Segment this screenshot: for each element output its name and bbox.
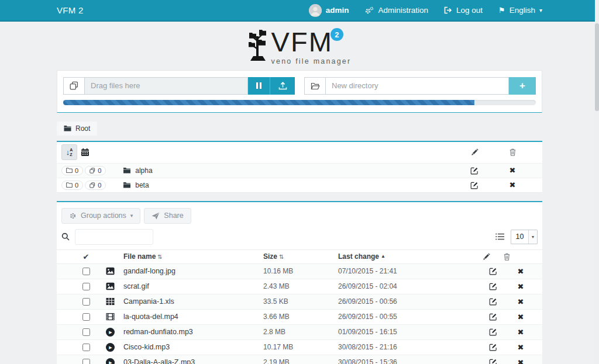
files-icon [89,168,95,174]
delete-directory-button[interactable]: ✖ [510,167,516,174]
delete-file-button[interactable]: ✖ [518,298,524,306]
file-select-checkbox[interactable] [82,283,90,290]
sort-both-icon: ⇅ [279,254,284,260]
rename-file-button[interactable] [489,358,497,364]
sort-by-date-button[interactable] [77,144,93,160]
audio-file-icon: ▶ [106,343,115,352]
rename-file-button[interactable] [489,267,497,275]
sort-alphabetical-button[interactable]: ↓ AZ [61,144,77,160]
delete-file-button[interactable]: ✖ [518,359,524,364]
file-select-checkbox[interactable] [82,298,90,306]
upload-progressbar [63,100,536,105]
rename-file-button[interactable] [489,297,497,306]
page-size-value: 10 [511,230,528,244]
file-last-change: 07/10/2015 - 21:41 [338,267,483,275]
select-files-button[interactable] [63,77,84,95]
directory-link[interactable]: beta [123,181,149,189]
delete-file-button[interactable]: ✖ [518,328,524,336]
upload-panel: + [57,70,542,113]
select-all-check-icon[interactable]: ✔ [74,253,98,261]
edit-icon [489,343,497,351]
language-menu[interactable]: ⚑ English ▾ [498,6,542,15]
pencil-icon [471,148,478,156]
delete-file-button[interactable]: ✖ [518,283,524,290]
file-name-link[interactable]: gandalf-long.jpg [123,267,263,275]
logo-version-badge: 2 [331,28,343,41]
delete-file-button[interactable]: ✖ [518,313,524,321]
breadcrumb-root[interactable]: Root [57,122,97,136]
username-label: admin [326,6,349,15]
delete-file-button[interactable]: ✖ [518,344,524,351]
edit-icon [470,181,478,189]
folder-icon [123,182,131,188]
folder-icon [64,125,71,131]
rename-file-button[interactable] [489,328,497,336]
file-last-change: 26/09/2015 - 00:55 [338,313,483,321]
last-change-column-header[interactable]: Last change▲ [338,252,483,261]
files-icon [89,182,95,188]
file-name-link[interactable]: la-quota-del.mp4 [123,313,263,321]
file-select-checkbox[interactable] [82,359,90,364]
page-size-select[interactable]: 10 ▾ [511,230,538,244]
directories-panel: ↓ AZ [57,141,542,193]
upload-progress-fill [63,100,474,105]
file-last-change: 30/08/2015 - 15:36 [338,358,483,364]
directories-header: ↓ AZ [57,142,542,163]
file-select-checkbox[interactable] [82,313,90,321]
file-name-link[interactable]: Campania-1.xls [123,297,263,306]
rename-file-button[interactable] [489,282,497,290]
scrollbar-thumb[interactable] [595,23,599,111]
delete-file-button[interactable]: ✖ [518,268,524,275]
directory-link[interactable]: alpha [123,167,152,175]
calendar-icon [81,148,89,157]
image-file-icon [106,267,115,275]
logo-subtitle: veno file manager [271,57,352,65]
file-name-link[interactable]: scrat.gif [123,282,263,290]
edit-icon [489,358,497,364]
pencil-icon [483,253,490,261]
file-select-checkbox[interactable] [82,268,90,275]
search-input[interactable] [75,229,153,245]
rename-directory-button[interactable] [470,181,478,189]
delete-column-header [504,253,538,261]
create-directory-button[interactable]: + [509,77,536,95]
rename-column-header [483,253,504,261]
sort-both-icon: ⇅ [157,254,162,260]
list-icon [495,233,504,240]
page-scrollbar[interactable] [595,0,599,364]
administration-label: Administration [378,6,428,15]
start-upload-button[interactable] [270,77,295,95]
drag-files-input[interactable] [84,77,248,95]
logout-link[interactable]: Log out [444,6,483,15]
audio-file-icon: ▶ [106,328,115,337]
new-directory-input[interactable] [325,77,509,95]
rename-file-button[interactable] [489,343,497,351]
share-button[interactable]: Share [144,208,191,224]
file-last-change: 30/08/2015 - 21:16 [338,343,483,351]
file-name-column-header[interactable]: File name⇅ [123,252,263,261]
files-panel: Group actions ▾ Share 10 ▾ [57,201,542,364]
file-size: 2.19 MB [263,358,338,364]
file-name-link[interactable]: Cisco-kid.mp3 [123,343,263,351]
size-column-header[interactable]: Size⇅ [263,252,338,261]
caret-down-icon: ▾ [130,213,133,219]
file-select-checkbox[interactable] [82,344,90,351]
file-name-link[interactable]: redman-dunfiato.mp3 [123,328,263,336]
file-name-link[interactable]: 03-Dalla-A-alla-Z.mp3 [123,358,263,364]
administration-link[interactable]: Administration [364,6,428,15]
rename-file-button[interactable] [489,313,497,321]
file-size: 3.66 MB [263,313,338,321]
file-select-checkbox[interactable] [82,328,90,336]
vfm-page: VFM 2 admin Administration [0,0,599,364]
rename-directory-button[interactable] [470,167,478,175]
group-actions-button[interactable]: Group actions ▾ [61,208,140,224]
delete-directory-button[interactable]: ✖ [510,181,516,189]
file-count-badge: 0 [85,181,106,190]
upload-group [63,77,295,95]
file-last-change: 26/09/2015 - 02:04 [338,282,483,290]
user-menu[interactable]: admin [309,4,349,17]
share-label: Share [164,212,183,220]
pause-upload-button[interactable] [248,77,270,95]
subdirectory-count-badge: 0 [61,181,83,190]
file-size: 2.43 MB [263,282,338,290]
